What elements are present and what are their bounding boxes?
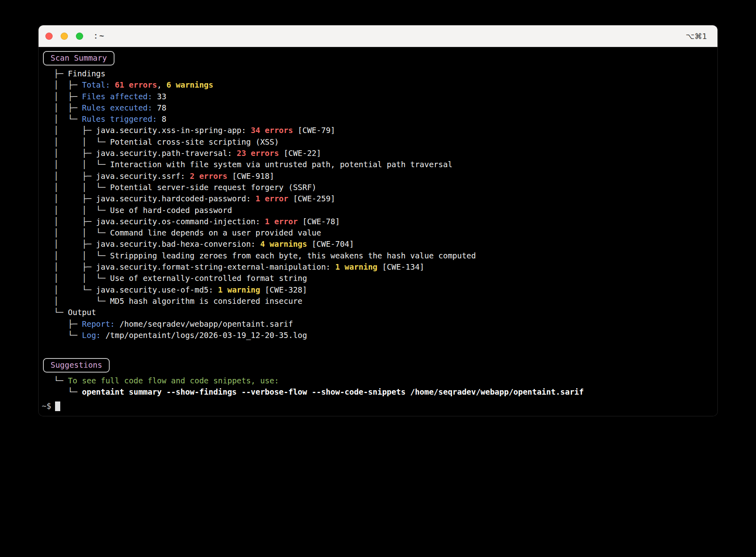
terminal-line: │ ├─ Files affected: 33 — [54, 92, 166, 101]
minimize-button[interactable] — [61, 33, 68, 40]
desktop-background: : ~ ⌥⌘1 Scan Summary ├─ Findings │ ├─ To… — [0, 0, 756, 557]
window-shortcut-hint: ⌥⌘1 — [686, 32, 707, 41]
terminal-line: └─ Output — [54, 308, 96, 317]
terminal-line: │ │ └─ Use of externally-controlled form… — [54, 274, 307, 283]
terminal-line: │ ├─ java.security.format-string-externa… — [54, 262, 424, 272]
terminal-cursor[interactable] — [55, 401, 60, 411]
terminal-line: │ ├─ java.security.os-command-injection:… — [54, 217, 340, 226]
terminal-line: │ │ └─ Potential cross-site scripting (X… — [54, 137, 279, 147]
terminal-line: ├─ Findings — [54, 69, 105, 78]
terminal-line: │ └─ java.security.use-of-md5: 1 warning… — [54, 285, 307, 295]
terminal-line: │ └─ Rules triggered: 8 — [54, 115, 166, 124]
terminal-line: │ │ └─ Interaction with file system via … — [54, 160, 452, 169]
traffic-lights — [45, 33, 83, 40]
terminal-window: : ~ ⌥⌘1 Scan Summary ├─ Findings │ ├─ To… — [39, 25, 717, 416]
suggestions-tree: └─ To see full code flow and code snippe… — [39, 375, 717, 398]
close-button[interactable] — [45, 33, 53, 40]
terminal-body[interactable]: Scan Summary ├─ Findings │ ├─ Total: 61 … — [39, 47, 717, 416]
suggestions-panel-title: Suggestions — [43, 358, 110, 373]
titlebar[interactable]: : ~ ⌥⌘1 — [39, 25, 717, 47]
terminal-line: │ ├─ Rules executed: 78 — [54, 103, 166, 113]
terminal-line: │ │ └─ Potential server-side request for… — [54, 183, 317, 192]
terminal-line: │ ├─ java.security.ssrf: 2 errors [CWE-9… — [54, 172, 274, 181]
terminal-line: │ ├─ Total: 61 errors, 6 warnings — [54, 80, 213, 90]
window-title: : ~ — [94, 31, 104, 41]
terminal-line: └─ Log: /tmp/opentaint/logs/2026-03-19_1… — [54, 331, 307, 340]
terminal-line: │ │ └─ Strippping leading zeroes from ea… — [54, 251, 476, 260]
terminal-line: │ ├─ java.security.path-traversal: 23 er… — [54, 149, 321, 158]
terminal-line: │ │ └─ Command line depends on a user pr… — [54, 228, 321, 238]
terminal-line: │ ├─ java.security.xss-in-spring-app: 34… — [54, 126, 335, 135]
zoom-button[interactable] — [76, 33, 83, 40]
prompt-line[interactable]: ~$ — [39, 401, 717, 412]
terminal-line: │ ├─ java.security.bad-hexa-conversion: … — [54, 240, 354, 249]
terminal-line: │ └─ MD5 hash algorithm is considered in… — [54, 297, 302, 306]
scan-summary-tree: ├─ Findings │ ├─ Total: 61 errors, 6 war… — [39, 68, 717, 341]
terminal-line: │ │ └─ Use of hard-coded password — [54, 206, 232, 215]
terminal-line: └─ To see full code flow and code snippe… — [54, 376, 279, 385]
terminal-line: ├─ Report: /home/seqradev/webapp/opentai… — [54, 319, 293, 329]
terminal-line: │ ├─ java.security.hardcoded-password: 1… — [54, 194, 335, 203]
shell-prompt: ~$ — [42, 401, 51, 412]
scan-summary-panel-title: Scan Summary — [43, 51, 114, 66]
terminal-line: └─ opentaint summary --show-findings --v… — [54, 387, 584, 397]
